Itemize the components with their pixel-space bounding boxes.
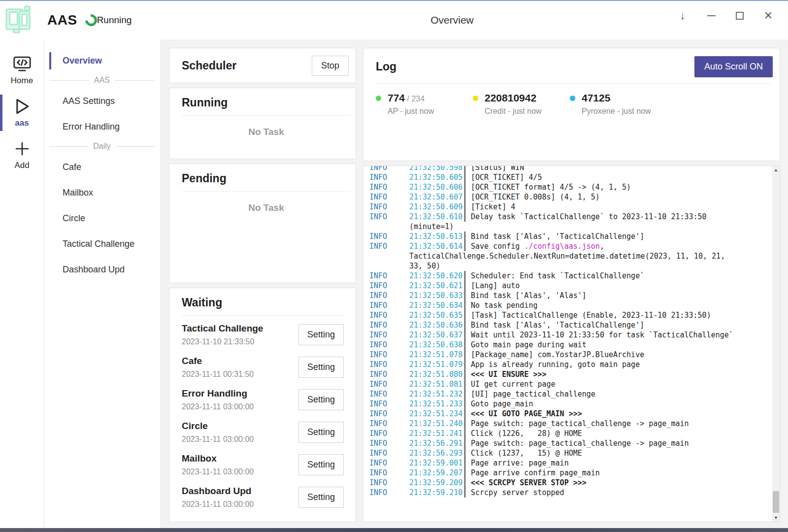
log-level: INFO [369, 300, 409, 310]
log-line: INFO21:32:50.609[Ticket] 4 [369, 202, 772, 212]
log-timestamp: 21:32:50.605 [409, 172, 464, 182]
nav-item-overview[interactable]: Overview [44, 50, 161, 71]
log-scrollbar[interactable]: ▲ ▼ [772, 166, 780, 522]
log-line: INFO21:32:50.598[Status] WIN [369, 166, 772, 172]
log-level: INFO [369, 241, 409, 251]
log-line: INFO21:32:50.636Bind task ['Alas', 'Tact… [369, 320, 772, 330]
stat-total: / 234 [405, 95, 425, 103]
log-message: [Status] WIN [471, 166, 524, 172]
nav-item-aas-settings[interactable]: AAS Settings [44, 91, 161, 112]
log-message: App is already running, goto main page [471, 360, 640, 369]
log-level: INFO [369, 281, 409, 291]
stop-button[interactable]: Stop [312, 56, 349, 76]
scrollbar-thumb[interactable] [773, 491, 779, 513]
log-separator [464, 340, 465, 350]
waiting-title: Waiting [182, 296, 344, 309]
minimize-icon[interactable] [705, 10, 717, 22]
window-bottom-edge [0, 528, 788, 532]
nav-item-cafe[interactable]: Cafe [44, 157, 161, 178]
stat-value: 47125 [582, 92, 651, 104]
app-window: AAS Running Overview ↓ ✕ [0, 0, 788, 532]
log-line: INFO21:32:51.078[Package_name] com.Yosta… [369, 350, 772, 360]
log-line: INFO21:32:59.001Page arrive: page_main [369, 458, 772, 468]
log-separator [464, 320, 465, 330]
scrollbar-track[interactable] [772, 174, 780, 514]
log-separator [464, 182, 465, 192]
close-icon[interactable]: ✕ [762, 10, 774, 22]
nav-sidebar: OverviewAASAAS SettingsError HandlingDai… [44, 39, 161, 528]
log-level: INFO [369, 192, 409, 202]
log-message: [OCR_TICKET format] 4/5 -> (4, 1, 5) [471, 182, 631, 192]
log-message: Scrcpy server stopped [471, 488, 564, 498]
setting-button[interactable]: Setting [298, 357, 344, 378]
log-level: INFO [369, 478, 409, 488]
log-level: INFO [369, 202, 409, 212]
log-message: [UI] page_tactical_challenge [471, 389, 595, 399]
divider [182, 315, 344, 316]
divider [376, 83, 773, 84]
scheduler-card: Scheduler Stop [169, 48, 356, 83]
setting-button[interactable]: Setting [298, 324, 344, 345]
log-level: INFO [369, 271, 409, 281]
log-line-continuation: TacticalChallenge.Scheduler.NextRun=date… [369, 251, 772, 261]
stat-label: AP - just now [388, 107, 434, 116]
scheduler-title: Scheduler [182, 59, 236, 72]
log-separator [464, 281, 465, 291]
log-timestamp: 21:32:59.001 [409, 458, 464, 468]
log-timestamp: 21:32:51.240 [409, 419, 464, 429]
nav-item-circle[interactable]: Circle [44, 208, 161, 229]
rail-item-add[interactable]: Add [0, 134, 44, 176]
setting-button[interactable]: Setting [298, 454, 344, 475]
nav-item-error-handling[interactable]: Error Handling [44, 116, 161, 137]
maximize-icon[interactable] [734, 10, 746, 22]
log-separator [464, 458, 465, 468]
log-separator [464, 488, 465, 498]
rail-item-aas[interactable]: aas [0, 92, 44, 134]
scrollbar-down-arrow-icon[interactable]: ▼ [772, 514, 780, 522]
log-message: Click (1226, 28) @ HOME [471, 429, 582, 438]
setting-button[interactable]: Setting [298, 389, 344, 410]
waiting-task-next-run: 2023-11-11 00:31:50 [182, 370, 254, 379]
stat-item: 220810942Credit - just now [473, 92, 570, 116]
page-title: Overview [430, 14, 474, 26]
log-level: INFO [369, 409, 409, 419]
log-message: Delay task `TacticalChallenge` to 2023-1… [471, 212, 707, 222]
nav-item-mailbox[interactable]: Mailbox [44, 182, 161, 203]
waiting-task-info: Circle2023-11-11 03:00:00 [182, 421, 254, 444]
log-line: INFO21:32:51.234<<< UI GOTO PAGE_MAIN >>… [369, 409, 772, 419]
log-message: Page switch: page_tactical_challenge -> … [471, 438, 689, 448]
scrollbar-up-arrow-icon[interactable]: ▲ [772, 166, 780, 174]
rail-item-home[interactable]: Home [0, 49, 44, 92]
setting-button[interactable]: Setting [298, 422, 344, 443]
setting-button[interactable]: Setting [298, 487, 344, 508]
log-level: INFO [369, 232, 409, 241]
nav-item-dashboard-upd[interactable]: Dashboard Upd [44, 259, 161, 280]
plus-icon [12, 139, 32, 159]
download-arrow-icon[interactable]: ↓ [677, 10, 689, 22]
log-separator [464, 409, 465, 419]
waiting-task-name: Circle [182, 421, 254, 432]
log-separator [464, 468, 465, 478]
log-level: INFO [369, 369, 409, 379]
log-line: INFO21:32:50.621[Lang] auto [369, 281, 772, 291]
log-line: INFO21:32:51.241Click (1226, 28) @ HOME [369, 429, 772, 438]
log-timestamp: 21:32:50.633 [409, 291, 464, 300]
auto-scroll-button[interactable]: Auto Scroll ON [694, 56, 773, 77]
log-level: INFO [369, 468, 409, 478]
log-timestamp: 21:32:51.078 [409, 350, 464, 360]
waiting-task-info: Error Handling2023-11-11 03:00:00 [182, 388, 254, 411]
log-output[interactable]: INFO21:32:50.598[Status] WININFO21:32:50… [363, 166, 772, 522]
log-message: 33, 50) [409, 261, 440, 271]
log-message: [Package_name] com.YostarJP.BlueArchive [471, 350, 644, 360]
log-timestamp: 21:32:50.638 [409, 340, 464, 350]
nav-item-tactical-challenge[interactable]: Tactical Challenge [44, 233, 161, 255]
log-level: INFO [369, 438, 409, 448]
log-message: [Ticket] 4 [471, 202, 515, 212]
log-line: INFO21:32:50.620Scheduler: End task `Tac… [369, 271, 772, 281]
app-logo-icon [5, 5, 35, 35]
log-timestamp: 21:32:51.233 [409, 399, 464, 409]
pending-title: Pending [182, 172, 351, 185]
log-separator [464, 350, 465, 360]
stat-dot-icon [376, 96, 381, 101]
log-timestamp: 21:32:51.079 [409, 360, 464, 369]
